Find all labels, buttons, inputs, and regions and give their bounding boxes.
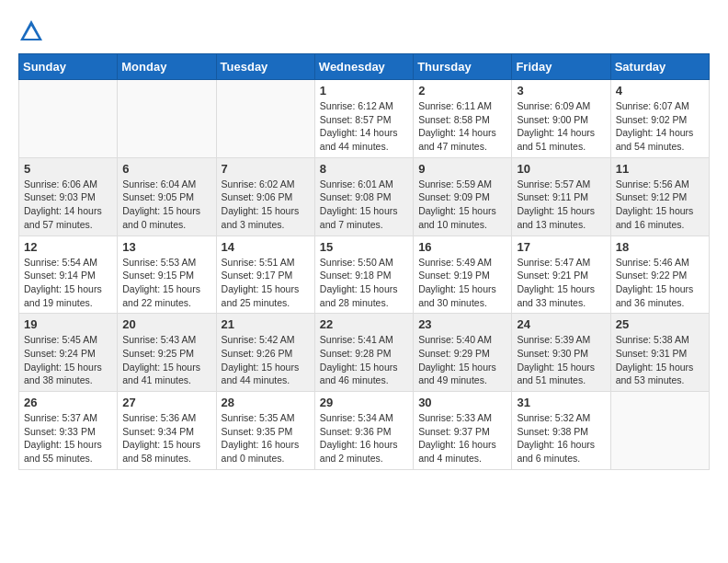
day-info: Sunrise: 6:01 AM Sunset: 9:08 PM Dayligh… [320,178,408,232]
calendar-week-4: 19Sunrise: 5:45 AM Sunset: 9:24 PM Dayli… [19,314,710,392]
calendar-cell: 26Sunrise: 5:37 AM Sunset: 9:33 PM Dayli… [19,392,118,470]
calendar-header-row: SundayMondayTuesdayWednesdayThursdayFrid… [19,54,710,80]
calendar-cell: 2Sunrise: 6:11 AM Sunset: 8:58 PM Daylig… [414,80,512,158]
day-number: 22 [320,317,408,331]
day-header-sunday: Sunday [19,54,118,80]
day-info: Sunrise: 5:51 AM Sunset: 9:17 PM Dayligh… [222,256,310,310]
calendar-cell [610,392,709,470]
calendar-cell: 4Sunrise: 6:07 AM Sunset: 9:02 PM Daylig… [610,80,709,158]
calendar-cell: 24Sunrise: 5:39 AM Sunset: 9:30 PM Dayli… [512,314,610,392]
day-info: Sunrise: 5:41 AM Sunset: 9:28 PM Dayligh… [320,333,408,387]
day-number: 24 [517,317,605,331]
day-info: Sunrise: 6:09 AM Sunset: 9:00 PM Dayligh… [517,99,605,154]
calendar-cell: 6Sunrise: 6:04 AM Sunset: 9:05 PM Daylig… [118,157,216,236]
day-info: Sunrise: 5:39 AM Sunset: 9:30 PM Dayligh… [517,333,605,387]
day-header-monday: Monday [118,54,216,80]
calendar-week-2: 5Sunrise: 6:06 AM Sunset: 9:03 PM Daylig… [19,157,710,236]
calendar-cell: 8Sunrise: 6:01 AM Sunset: 9:08 PM Daylig… [314,157,413,236]
calendar-cell: 1Sunrise: 6:12 AM Sunset: 8:57 PM Daylig… [314,80,413,158]
day-info: Sunrise: 5:59 AM Sunset: 9:09 PM Dayligh… [418,178,506,232]
calendar-table: SundayMondayTuesdayWednesdayThursdayFrid… [18,53,710,470]
calendar-cell: 20Sunrise: 5:43 AM Sunset: 9:25 PM Dayli… [118,314,216,392]
day-info: Sunrise: 5:45 AM Sunset: 9:24 PM Dayligh… [24,333,112,387]
calendar-cell: 18Sunrise: 5:46 AM Sunset: 9:22 PM Dayli… [610,236,709,314]
day-number: 8 [320,162,408,176]
day-number: 18 [616,240,704,254]
day-number: 17 [517,240,605,254]
day-info: Sunrise: 6:11 AM Sunset: 8:58 PM Dayligh… [418,99,506,154]
day-info: Sunrise: 5:34 AM Sunset: 9:36 PM Dayligh… [320,411,408,465]
day-info: Sunrise: 5:40 AM Sunset: 9:29 PM Dayligh… [418,333,506,387]
day-number: 7 [222,162,310,176]
day-number: 9 [418,162,506,176]
calendar-cell [118,80,216,158]
logo [18,18,48,44]
day-header-saturday: Saturday [610,54,709,80]
day-info: Sunrise: 5:38 AM Sunset: 9:31 PM Dayligh… [616,333,704,387]
day-number: 30 [418,396,506,409]
calendar-week-3: 12Sunrise: 5:54 AM Sunset: 9:14 PM Dayli… [19,236,710,314]
calendar-cell: 14Sunrise: 5:51 AM Sunset: 9:17 PM Dayli… [216,236,314,314]
day-number: 12 [24,240,112,254]
calendar-cell: 25Sunrise: 5:38 AM Sunset: 9:31 PM Dayli… [610,314,709,392]
logo-icon [18,18,44,44]
day-info: Sunrise: 5:43 AM Sunset: 9:25 PM Dayligh… [122,333,210,387]
day-number: 6 [122,162,210,176]
day-number: 11 [616,162,704,176]
calendar-cell: 29Sunrise: 5:34 AM Sunset: 9:36 PM Dayli… [314,392,413,470]
day-number: 5 [24,162,112,176]
day-number: 26 [24,396,112,409]
calendar-cell: 15Sunrise: 5:50 AM Sunset: 9:18 PM Dayli… [314,236,413,314]
calendar-cell: 23Sunrise: 5:40 AM Sunset: 9:29 PM Dayli… [414,314,512,392]
day-info: Sunrise: 5:33 AM Sunset: 9:37 PM Dayligh… [418,411,506,465]
calendar-week-1: 1Sunrise: 6:12 AM Sunset: 8:57 PM Daylig… [19,80,710,158]
day-number: 3 [517,84,605,98]
day-info: Sunrise: 5:56 AM Sunset: 9:12 PM Dayligh… [616,178,704,232]
day-header-tuesday: Tuesday [216,54,314,80]
calendar-cell: 9Sunrise: 5:59 AM Sunset: 9:09 PM Daylig… [414,157,512,236]
calendar-cell: 21Sunrise: 5:42 AM Sunset: 9:26 PM Dayli… [216,314,314,392]
day-info: Sunrise: 5:50 AM Sunset: 9:18 PM Dayligh… [320,256,408,310]
calendar-cell: 7Sunrise: 6:02 AM Sunset: 9:06 PM Daylig… [216,157,314,236]
day-number: 21 [222,317,310,331]
day-number: 15 [320,240,408,254]
day-number: 23 [418,317,506,331]
day-info: Sunrise: 5:36 AM Sunset: 9:34 PM Dayligh… [122,411,210,465]
calendar-cell [216,80,314,158]
page-header [18,18,710,44]
calendar-cell: 30Sunrise: 5:33 AM Sunset: 9:37 PM Dayli… [414,392,512,470]
day-header-wednesday: Wednesday [314,54,413,80]
calendar-cell: 13Sunrise: 5:53 AM Sunset: 9:15 PM Dayli… [118,236,216,314]
day-number: 29 [320,396,408,409]
day-number: 4 [616,84,704,98]
day-info: Sunrise: 5:57 AM Sunset: 9:11 PM Dayligh… [517,178,605,232]
day-number: 27 [122,396,210,409]
calendar-cell: 3Sunrise: 6:09 AM Sunset: 9:00 PM Daylig… [512,80,610,158]
day-info: Sunrise: 6:12 AM Sunset: 8:57 PM Dayligh… [320,99,408,154]
calendar-cell: 11Sunrise: 5:56 AM Sunset: 9:12 PM Dayli… [610,157,709,236]
calendar-cell [19,80,118,158]
calendar-cell: 16Sunrise: 5:49 AM Sunset: 9:19 PM Dayli… [414,236,512,314]
day-info: Sunrise: 6:06 AM Sunset: 9:03 PM Dayligh… [24,178,112,232]
day-info: Sunrise: 5:53 AM Sunset: 9:15 PM Dayligh… [122,256,210,310]
calendar-cell: 5Sunrise: 6:06 AM Sunset: 9:03 PM Daylig… [19,157,118,236]
day-number: 2 [418,84,506,98]
calendar-cell: 17Sunrise: 5:47 AM Sunset: 9:21 PM Dayli… [512,236,610,314]
calendar-week-5: 26Sunrise: 5:37 AM Sunset: 9:33 PM Dayli… [19,392,710,470]
calendar-cell: 19Sunrise: 5:45 AM Sunset: 9:24 PM Dayli… [19,314,118,392]
calendar-cell: 12Sunrise: 5:54 AM Sunset: 9:14 PM Dayli… [19,236,118,314]
day-number: 28 [222,396,310,409]
day-number: 19 [24,317,112,331]
day-number: 25 [616,317,704,331]
day-info: Sunrise: 5:46 AM Sunset: 9:22 PM Dayligh… [616,256,704,310]
day-number: 13 [122,240,210,254]
day-info: Sunrise: 5:32 AM Sunset: 9:38 PM Dayligh… [517,411,605,465]
day-info: Sunrise: 5:35 AM Sunset: 9:35 PM Dayligh… [222,411,310,465]
day-number: 20 [122,317,210,331]
day-info: Sunrise: 5:37 AM Sunset: 9:33 PM Dayligh… [24,411,112,465]
day-info: Sunrise: 5:47 AM Sunset: 9:21 PM Dayligh… [517,256,605,310]
calendar-cell: 10Sunrise: 5:57 AM Sunset: 9:11 PM Dayli… [512,157,610,236]
day-number: 31 [517,396,605,409]
calendar-cell: 22Sunrise: 5:41 AM Sunset: 9:28 PM Dayli… [314,314,413,392]
calendar-cell: 27Sunrise: 5:36 AM Sunset: 9:34 PM Dayli… [118,392,216,470]
